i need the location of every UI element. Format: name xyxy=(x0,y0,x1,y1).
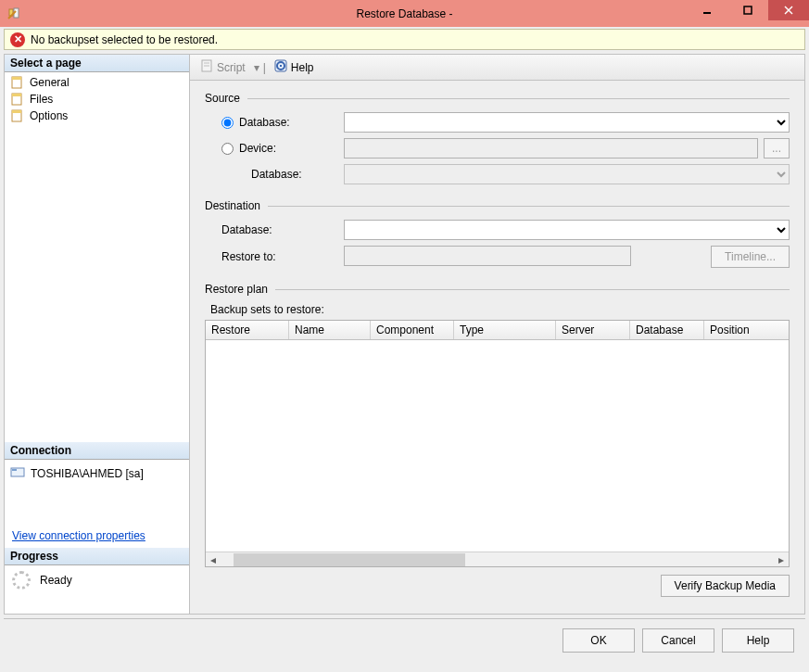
toolbar-separator: | xyxy=(263,61,266,74)
svg-rect-8 xyxy=(12,77,21,80)
scroll-left-arrow-icon[interactable]: ◂ xyxy=(206,553,221,566)
restore-to-input xyxy=(344,246,631,266)
backup-sets-table[interactable]: Restore Name Component Type Server Datab… xyxy=(205,320,790,567)
svg-rect-20 xyxy=(280,65,282,67)
restore-plan-group: Restore plan Backup sets to restore: Res… xyxy=(205,283,790,597)
page-icon xyxy=(10,92,25,107)
progress-spinner-icon xyxy=(12,571,31,590)
script-icon xyxy=(200,59,213,75)
progress-header: Progress xyxy=(5,548,189,565)
page-icon xyxy=(10,75,25,90)
warning-bar: ✕ No backupset selected to be restored. xyxy=(4,29,805,50)
plan-header: Restore plan xyxy=(205,283,268,296)
svg-rect-4 xyxy=(744,6,752,14)
source-header: Source xyxy=(205,92,240,105)
app-icon xyxy=(7,6,22,21)
restore-to-label: Restore to: xyxy=(205,250,344,263)
col-server[interactable]: Server xyxy=(556,321,630,339)
view-connection-properties-link[interactable]: View connection properties xyxy=(5,524,189,548)
dest-database-select[interactable] xyxy=(344,220,790,240)
titlebar[interactable]: Restore Database - xyxy=(0,0,809,27)
nav-item-files[interactable]: Files xyxy=(5,91,189,108)
source-device-input xyxy=(344,138,758,158)
dialog-footer: OK Cancel Help xyxy=(4,618,805,661)
minimize-button[interactable] xyxy=(687,0,727,20)
error-icon: ✕ xyxy=(10,32,25,47)
help-footer-button[interactable]: Help xyxy=(722,628,794,653)
svg-rect-14 xyxy=(12,469,17,471)
toolbar: Script ▾ | Help xyxy=(190,55,804,81)
nav-item-general[interactable]: General xyxy=(5,74,189,91)
connection-server: TOSHIBA\AHMED [sa] xyxy=(31,467,144,480)
server-icon xyxy=(10,465,25,481)
help-button[interactable]: Help xyxy=(270,57,319,77)
script-button[interactable]: Script xyxy=(196,57,250,77)
connection-info: TOSHIBA\AHMED [sa] xyxy=(5,460,189,487)
scroll-right-arrow-icon[interactable]: ▸ xyxy=(774,553,789,566)
close-button[interactable] xyxy=(768,0,809,20)
source-group: Source Database: Device: ... Database: xyxy=(205,92,790,190)
warning-text: No backupset selected to be restored. xyxy=(31,33,218,46)
cancel-button[interactable]: Cancel xyxy=(642,628,714,653)
col-database[interactable]: Database xyxy=(630,321,704,339)
verify-backup-media-button[interactable]: Verify Backup Media xyxy=(661,575,790,597)
destination-header: Destination xyxy=(205,199,260,212)
scroll-thumb[interactable] xyxy=(234,553,465,566)
window-title: Restore Database - xyxy=(356,7,452,20)
nav-item-options[interactable]: Options xyxy=(5,108,189,124)
source-device-radio[interactable]: Device: xyxy=(205,142,344,155)
browse-device-button[interactable]: ... xyxy=(764,138,790,158)
timeline-button[interactable]: Timeline... xyxy=(711,246,790,268)
left-nav: Select a page General Files Options Conn… xyxy=(5,55,190,614)
maximize-button[interactable] xyxy=(727,0,768,20)
source-database-select[interactable] xyxy=(344,112,790,133)
col-type[interactable]: Type xyxy=(454,321,556,339)
nav-header: Select a page xyxy=(5,55,189,72)
col-name[interactable]: Name xyxy=(289,321,371,339)
device-database-label: Database: xyxy=(205,168,344,181)
device-database-select xyxy=(344,164,790,184)
dropdown-arrow-icon[interactable]: ▾ xyxy=(254,61,259,74)
progress-status: Ready xyxy=(40,574,72,587)
svg-rect-10 xyxy=(12,94,21,96)
destination-group: Destination Database: Restore to: Timeli… xyxy=(205,199,790,273)
table-body xyxy=(206,340,789,552)
page-icon xyxy=(10,108,25,123)
col-restore[interactable]: Restore xyxy=(206,321,289,339)
dest-database-label: Database: xyxy=(205,223,344,236)
source-database-radio[interactable]: Database: xyxy=(205,116,344,129)
plan-subheader: Backup sets to restore: xyxy=(205,303,790,320)
ok-button[interactable]: OK xyxy=(563,628,635,653)
help-icon xyxy=(274,59,287,75)
connection-header: Connection xyxy=(5,442,189,460)
svg-rect-12 xyxy=(12,110,21,113)
horizontal-scrollbar[interactable]: ◂ ▸ xyxy=(206,552,789,566)
col-position[interactable]: Position xyxy=(704,321,789,339)
col-component[interactable]: Component xyxy=(371,321,454,339)
